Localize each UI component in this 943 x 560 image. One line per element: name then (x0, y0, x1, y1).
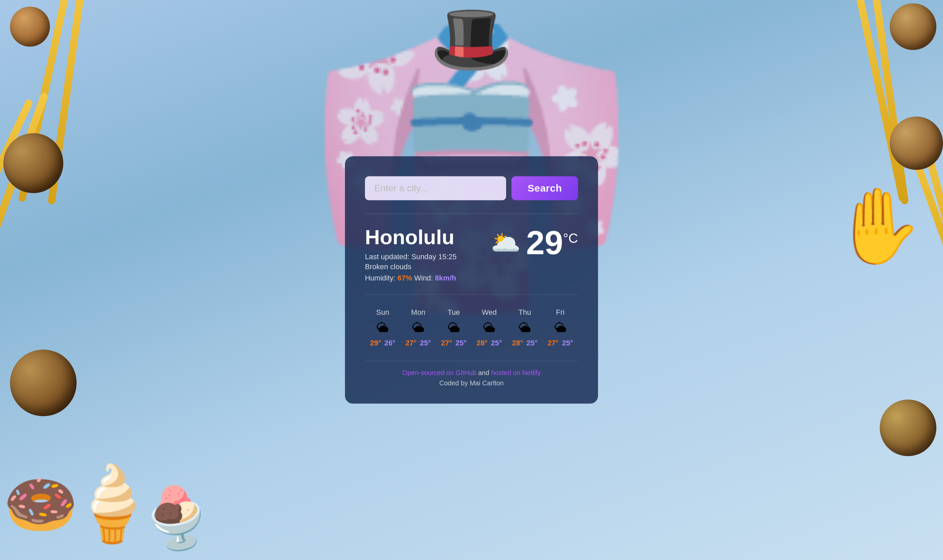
temp-high: 27° (406, 339, 417, 348)
last-updated: Last updated: Sunday 15:25 (365, 253, 457, 262)
divider-footer (365, 361, 578, 361)
temp-low: 26° (384, 339, 395, 348)
day-label: Fri (556, 308, 565, 317)
temp-high: 28° (477, 339, 488, 348)
wind-label: Wind: (414, 274, 433, 282)
city-name: Honolulu (365, 226, 457, 248)
temp-low: 25° (562, 339, 573, 348)
main-temperature: 29°C (526, 226, 578, 259)
city-search-input[interactable] (365, 176, 506, 200)
humidity-value: 67% (398, 274, 412, 282)
search-button[interactable]: Search (511, 176, 578, 200)
forecast-day-mon: Mon 🌥 27° 25° (401, 305, 436, 351)
forecast-icon: 🌥 (412, 322, 425, 334)
footer: Open-sourced on GitHub and hosted on Net… (365, 369, 578, 387)
forecast-day-tue: Tue 🌥 27° 25° (436, 305, 472, 351)
weather-card: Search Honolulu Last updated: Sunday 15:… (345, 156, 598, 403)
humidity-label: Humidity: (365, 274, 395, 282)
forecast-icon: 🌥 (376, 322, 389, 334)
forecast-icon: 🌥 (518, 322, 531, 334)
forecast-temps: 28° 25° (512, 339, 538, 348)
forecast-temps: 27° 25° (441, 339, 466, 348)
search-row: Search (365, 176, 578, 200)
day-label: Tue (448, 308, 460, 317)
temp-low: 25° (526, 339, 537, 348)
forecast-temps: 28° 25° (477, 339, 502, 348)
and-text: and (478, 369, 491, 377)
forecast-day-fri: Fri 🌥 27° 25° (542, 305, 578, 351)
temp-low: 25° (420, 339, 431, 348)
forecast-icon: 🌥 (448, 322, 460, 334)
forecast-temps: 29° 26° (370, 339, 395, 348)
temp-col: 🌥️ 29°C (491, 226, 578, 259)
temp-number: 29 (526, 224, 563, 261)
day-label: Wed (482, 308, 497, 317)
forecast-icon: 🌥 (554, 322, 567, 334)
temp-low: 25° (491, 339, 502, 348)
wind-value: 8km/h (435, 274, 456, 282)
forecast-temps: 27° 25° (406, 339, 431, 348)
forecast-temps: 27° 25° (548, 339, 573, 348)
forecast-icon: 🌥 (483, 322, 495, 334)
forecast-day-sun: Sun 🌥 29° 26° (365, 305, 401, 351)
github-link[interactable]: Open-sourced on GitHub (402, 369, 476, 377)
divider-forecast (365, 295, 578, 295)
temp-high: 28° (512, 339, 523, 348)
city-info: Honolulu Last updated: Sunday 15:25 Brok… (365, 226, 457, 282)
netlify-link[interactable]: hosted on Netlify (491, 369, 541, 377)
temp-low: 25° (455, 339, 466, 348)
day-label: Thu (518, 308, 531, 317)
current-weather-section: Honolulu Last updated: Sunday 15:25 Brok… (365, 226, 578, 282)
footer-links: Open-sourced on GitHub and hosted on Net… (365, 369, 578, 377)
day-label: Mon (411, 308, 426, 317)
humidity-wind: Humidity: 67% Wind: 8km/h (365, 274, 457, 283)
day-label: Sun (376, 308, 389, 317)
temp-high: 27° (441, 339, 452, 348)
temp-high: 29° (370, 339, 381, 348)
forecast-day-thu: Thu 🌥 28° 25° (507, 305, 543, 351)
forecast-day-wed: Wed 🌥 28° 25° (472, 305, 507, 351)
weather-description: Broken clouds (365, 263, 457, 271)
forecast-row: Sun 🌥 29° 26° Mon 🌥 27° 25° Tue 🌥 27° 25… (365, 305, 578, 351)
coded-by: Coded by Mai Carlton (365, 380, 578, 387)
temp-high: 27° (548, 339, 558, 348)
temp-unit: °C (563, 231, 578, 245)
main-weather-icon: 🌥️ (491, 231, 521, 254)
